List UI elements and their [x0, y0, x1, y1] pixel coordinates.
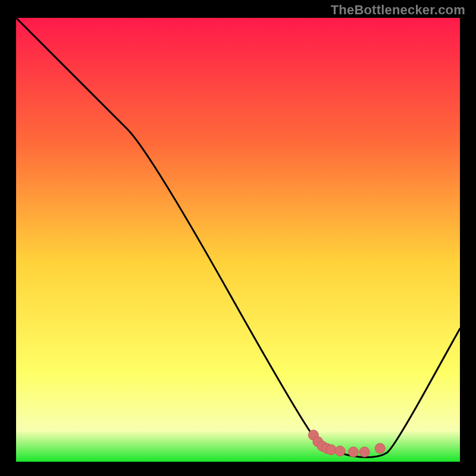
curve-marker — [375, 443, 385, 453]
curve-marker — [326, 444, 336, 455]
plot-svg — [16, 18, 460, 462]
curve-marker — [359, 447, 369, 457]
curve-marker — [335, 446, 345, 456]
attribution-text: TheBottlenecker.com — [331, 2, 465, 18]
plot-frame — [16, 18, 460, 462]
chart-stage: TheBottlenecker.com — [0, 0, 476, 476]
curve-marker — [348, 447, 358, 457]
